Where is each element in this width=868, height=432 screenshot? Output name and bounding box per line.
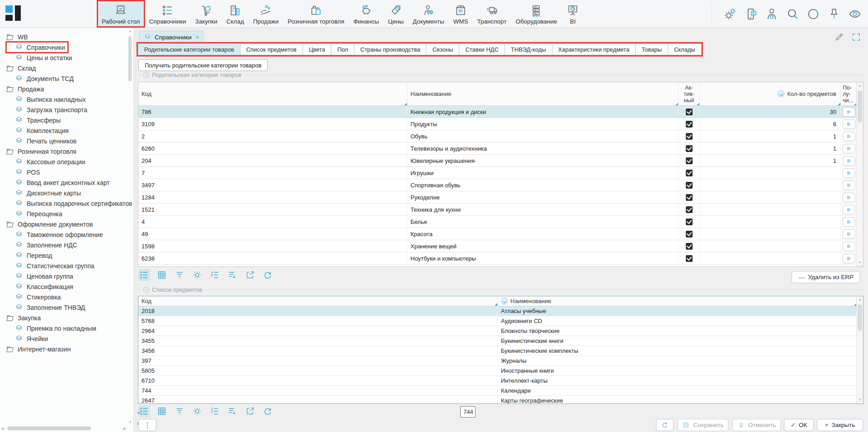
refresh-button[interactable]	[656, 419, 674, 431]
subtab[interactable]: Список предметов	[241, 43, 303, 55]
scroll-right-icon[interactable]: ▶	[123, 427, 126, 431]
subtab[interactable]: Ставки НДС	[459, 43, 505, 55]
category-row[interactable]: 6238 Ноутбуки и компьютеры	[138, 252, 863, 265]
item-row[interactable]: 2018 Атласы учебные	[138, 306, 863, 316]
filter-icon[interactable]	[174, 405, 185, 417]
tree-item[interactable]: Загрузка транспорта	[0, 104, 87, 115]
category-row[interactable]: 3497 Спортивная обувь	[138, 179, 863, 191]
subtab[interactable]: ТНВЭД-коды	[505, 43, 552, 55]
grid-view-icon[interactable]	[156, 405, 168, 417]
top-menu-item[interactable]: Склад	[222, 0, 248, 28]
scroll-down-icon[interactable]: ▼	[128, 420, 132, 425]
receive-items-button[interactable]	[843, 229, 855, 239]
subtab[interactable]: Родительские категории товаров	[138, 43, 241, 55]
top-menu-item[interactable]: Продажи	[249, 0, 283, 28]
active-checkbox[interactable]	[686, 170, 693, 176]
delete-from-erp-button[interactable]: — Удалить из ERP	[792, 271, 860, 283]
tree-item[interactable]: Кассовые операции	[0, 157, 85, 167]
reload-icon[interactable]	[262, 269, 274, 281]
collapse-icon[interactable]	[143, 287, 149, 293]
receive-items-button[interactable]	[843, 242, 855, 251]
active-checkbox[interactable]	[686, 255, 693, 262]
numbered-list-icon[interactable]	[209, 405, 221, 417]
more-actions-button[interactable]: ⋮	[138, 419, 156, 431]
sidebar-horizontal-scrollbar[interactable]: ◀ ▶	[2, 426, 125, 431]
search-icon[interactable]	[785, 7, 799, 21]
collapse-icon[interactable]	[143, 72, 149, 78]
fetch-parent-categories-button[interactable]: Получить родительские категории товаров	[138, 59, 268, 71]
fullscreen-icon[interactable]	[851, 32, 861, 42]
scroll-up-icon[interactable]: ▲	[128, 29, 132, 33]
grid-settings-icon[interactable]	[191, 269, 203, 281]
top-menu-item[interactable]: BI	[562, 0, 584, 28]
active-checkbox[interactable]	[686, 218, 693, 225]
category-row[interactable]: 49 Красота	[138, 228, 863, 240]
sidebar-vertical-scrollbar[interactable]: ▲ ▼	[128, 31, 132, 422]
scroll-down-icon[interactable]: ▼	[857, 260, 863, 266]
column-header-count[interactable]: Кол-во предметов	[700, 82, 841, 105]
tree-item[interactable]: Классификация	[0, 281, 73, 292]
top-menu-item[interactable]: Справочники	[145, 0, 190, 28]
top-menu-item[interactable]: Цены	[384, 0, 408, 28]
receive-items-button[interactable]	[843, 193, 855, 202]
category-row[interactable]: 1284 Рукоделие	[138, 191, 863, 204]
tree-item[interactable]: Оформление документов	[0, 219, 93, 229]
tree-item[interactable]: Заполнение ТНВЭД	[0, 302, 85, 313]
top-menu-item[interactable]: Документы	[409, 0, 448, 28]
column-header-code[interactable]: Код	[138, 82, 407, 105]
tree-item[interactable]: Стикеровка	[0, 292, 61, 302]
subtab[interactable]: Пол	[331, 43, 354, 55]
tree-item[interactable]: Закупка	[0, 313, 41, 323]
active-checkbox[interactable]	[686, 231, 693, 237]
receive-items-button[interactable]	[843, 205, 855, 214]
category-row[interactable]: 1521 Техника для кухни	[138, 204, 863, 216]
column-header-name[interactable]: Наименование	[498, 296, 857, 306]
tree-item[interactable]: Печать ценников	[0, 136, 76, 146]
filter-icon[interactable]	[174, 269, 185, 281]
subtab[interactable]: Цвета	[303, 43, 331, 55]
receive-items-button[interactable]	[843, 168, 855, 178]
tree-item[interactable]: Комплектация	[0, 125, 69, 136]
column-header-active[interactable]: Ак- тив- ный	[679, 82, 700, 105]
add-rows-icon[interactable]	[226, 405, 238, 417]
receive-items-button[interactable]	[843, 119, 855, 129]
tree-item[interactable]: Склад	[0, 63, 36, 73]
scrollbar-thumb[interactable]	[7, 427, 91, 430]
item-row[interactable]: 397 Журналы	[138, 356, 863, 366]
receive-items-button[interactable]	[843, 132, 855, 141]
category-row[interactable]: 786 Книжная продукция и диски 30	[138, 106, 863, 118]
receive-items-button[interactable]	[843, 180, 855, 190]
tree-item[interactable]: Приемка по накладным	[0, 323, 96, 333]
item-row[interactable]: 5805 Иностранные книги	[138, 366, 863, 376]
item-row[interactable]: 5768 Аудиокниги CD	[138, 316, 863, 326]
tree-item[interactable]: Продажа	[0, 84, 44, 94]
category-row[interactable]: 6260 Телевизоры и аудиотехника 1	[138, 142, 863, 155]
top-menu-item[interactable]: Розничная торговля	[283, 0, 348, 28]
export-icon[interactable]	[244, 405, 256, 417]
reload-icon[interactable]	[262, 405, 274, 417]
active-checkbox[interactable]	[686, 243, 693, 250]
tree-item[interactable]: Переоценка	[0, 209, 62, 219]
column-header-name[interactable]: Наименование	[407, 82, 679, 105]
tab-spravochniki[interactable]: Справочники ×	[139, 31, 204, 43]
scrollbar-thumb[interactable]	[858, 304, 862, 331]
category-row[interactable]: 204 Ювелирные украшения 1	[138, 155, 863, 167]
history-clock-icon[interactable]	[806, 7, 820, 21]
grid-view-icon[interactable]	[156, 269, 168, 281]
tab-close-icon[interactable]: ×	[196, 34, 199, 41]
active-checkbox[interactable]	[686, 194, 693, 201]
subtab[interactable]: Страны производства	[354, 43, 426, 55]
scroll-up-icon[interactable]: ▲	[857, 297, 863, 303]
category-row[interactable]: 3109 Продукты 6	[138, 118, 863, 130]
active-checkbox[interactable]	[686, 121, 693, 128]
tree-item[interactable]: Ввод анкет дисконтных карт	[0, 177, 110, 188]
scroll-up-icon[interactable]: ▲	[857, 83, 863, 89]
item-row[interactable]: 2647 Карты географические	[138, 396, 863, 404]
ok-button[interactable]: ✓ОК	[784, 419, 814, 431]
item-row[interactable]: 6710 Интеллект-карты	[138, 376, 863, 386]
item-row[interactable]: 2964 Блокноты творческие	[138, 326, 863, 336]
subtab[interactable]: Сезоны	[426, 43, 459, 55]
edit-pencil-icon[interactable]	[834, 32, 844, 42]
tree-item[interactable]: Розничная торговля	[0, 146, 76, 157]
collapse-down-icon[interactable]: ▼	[137, 411, 141, 415]
